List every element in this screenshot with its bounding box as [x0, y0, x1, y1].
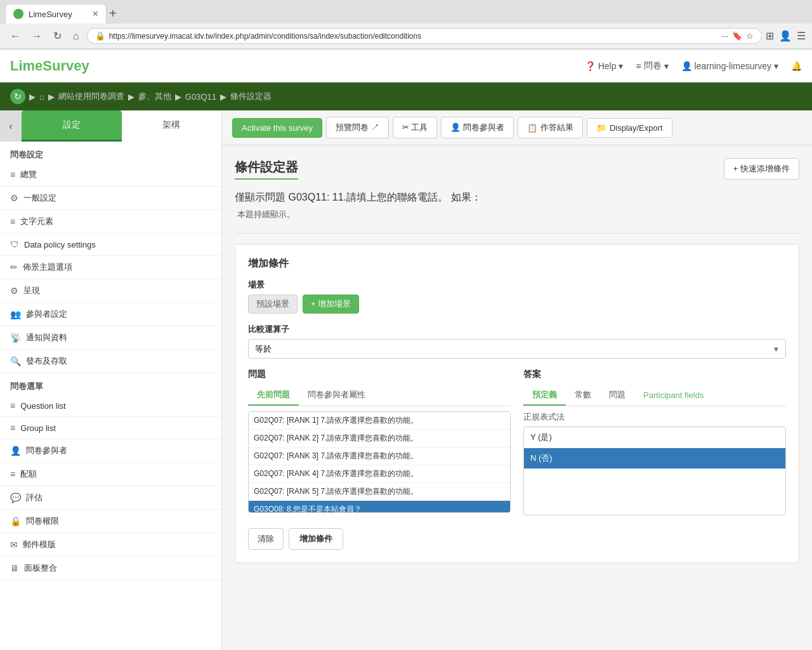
- tab-previous-questions[interactable]: 先前問題: [248, 385, 299, 406]
- sidebar-item-panel-integration[interactable]: 🖥 面板整合: [0, 557, 221, 580]
- sidebar-item-email-templates[interactable]: ✉ 郵件模版: [0, 533, 221, 557]
- add-condition-button[interactable]: 增加條件: [289, 528, 343, 550]
- sidebar-item-notifications-label: 通知與資料: [26, 332, 67, 343]
- browser-chrome: LimeSurvey × + ← → ↻ ⌂ 🔒 https://limesur…: [0, 0, 812, 50]
- refresh-icon[interactable]: ↻: [10, 89, 25, 104]
- sidebar-item-participants-list-label: 問卷參與者: [26, 445, 67, 456]
- tab-answer-participant[interactable]: Participant fields: [634, 385, 712, 406]
- question-list-item-3[interactable]: G02Q07: [RANK 4] 7.請依序選擇您喜歡的功能。: [249, 465, 510, 483]
- menu-icon[interactable]: ☰: [797, 30, 806, 42]
- answers-panel: 答案 預定義 常數 問題 Participant fields 正規表式法 Y …: [523, 369, 786, 515]
- browser-tab-active[interactable]: LimeSurvey ×: [5, 4, 107, 23]
- tab-close-button[interactable]: ×: [93, 8, 98, 20]
- address-bar[interactable]: 🔒 https://limesurvey.imacat.idv.tw/index…: [87, 28, 762, 44]
- extensions-icon[interactable]: ⊞: [766, 30, 774, 42]
- answer-item-yes[interactable]: Y (是): [524, 427, 785, 448]
- permissions-icon: 🔒: [10, 516, 21, 526]
- clear-button[interactable]: 清除: [248, 528, 284, 550]
- forward-button[interactable]: →: [28, 28, 46, 44]
- sidebar-item-quota-label: 配額: [20, 468, 37, 480]
- sidebar-collapse-button[interactable]: ‹: [0, 110, 22, 142]
- tab-structure[interactable]: 架構: [122, 110, 222, 142]
- toolbar: Activate this survey 預覽問卷 ↗ ✂ 工具 👤 問卷參與者…: [222, 110, 812, 145]
- tab-answer-question[interactable]: 問題: [600, 385, 634, 406]
- question-display-text: 僅顯示問題 G03Q11: 11.請填上您的聯絡電話。 如果：: [235, 192, 481, 202]
- sidebar-item-data-policy[interactable]: 🛡 Data policy settings: [0, 234, 221, 256]
- user-label: learning-limesurvey: [695, 61, 771, 71]
- tools-button[interactable]: ✂ 工具: [393, 117, 438, 138]
- quick-add-button[interactable]: + 快速添增條件: [724, 158, 799, 180]
- answer-item-no[interactable]: N (否): [524, 448, 785, 469]
- user-icon: 👤: [681, 61, 692, 71]
- survey-settings-title: 問卷設定: [0, 142, 221, 163]
- scene-add-button[interactable]: + 增加場景: [303, 295, 359, 314]
- sidebar-item-notifications[interactable]: 📡 通知與資料: [0, 326, 221, 350]
- sidebar-item-publish[interactable]: 🔍 發布及存取: [0, 350, 221, 373]
- browser-tabs: LimeSurvey × +: [0, 0, 812, 23]
- sidebar-item-theme-options[interactable]: ✏ 佈景主題選項: [0, 256, 221, 279]
- breadcrumb-home-icon: ⌂: [39, 92, 44, 102]
- breadcrumb-sep-0: ▶: [29, 92, 36, 102]
- new-tab-button[interactable]: +: [109, 6, 117, 21]
- app-logo[interactable]: LimeSurvey: [10, 58, 89, 74]
- publish-icon: 🔍: [10, 356, 21, 366]
- question-display: 僅顯示問題 G03Q11: 11.請填上您的聯絡電話。 如果：: [235, 190, 799, 205]
- activate-survey-button[interactable]: Activate this survey: [232, 118, 322, 138]
- home-button[interactable]: ⌂: [69, 28, 83, 44]
- sidebar-item-data-policy-label: Data policy settings: [24, 240, 96, 249]
- breadcrumb-item-1[interactable]: 參、其他: [138, 91, 171, 102]
- sidebar-item-publish-label: 發布及存取: [26, 355, 67, 367]
- more-options-icon[interactable]: ···: [721, 31, 728, 41]
- notification-button[interactable]: 🔔: [791, 61, 802, 71]
- question-list-item-1[interactable]: G02Q07: [RANK 2] 7.請依序選擇您喜歡的功能。: [249, 430, 510, 448]
- question-list-box[interactable]: G02Q07: [RANK 1] 7.請依序選擇您喜歡的功能。 G02Q07: …: [248, 411, 511, 513]
- back-button[interactable]: ←: [6, 28, 24, 44]
- tab-answer-constant[interactable]: 常數: [566, 385, 600, 406]
- star-icon[interactable]: ☆: [746, 31, 754, 41]
- sidebar-item-participants[interactable]: 👤 問卷參與者: [0, 439, 221, 463]
- account-icon[interactable]: 👤: [779, 30, 792, 42]
- answer-list-box[interactable]: Y (是) N (否): [523, 427, 786, 515]
- sidebar-item-permissions[interactable]: 🔒 問卷權限: [0, 510, 221, 533]
- group-list-icon: ≡: [10, 423, 15, 433]
- sidebar-item-group-list[interactable]: ≡ Group list: [0, 417, 221, 439]
- content-inner: 條件設定器 + 快速添增條件 僅顯示問題 G03Q11: 11.請填上您的聯絡電…: [222, 145, 812, 576]
- help-button[interactable]: ❓ Help ▾: [585, 61, 624, 71]
- question-list-item-4[interactable]: G02Q07: [RANK 5] 7.請依序選擇您喜歡的功能。: [249, 483, 510, 501]
- preview-survey-button[interactable]: 預覽問卷 ↗: [326, 117, 389, 138]
- help-icon: ❓: [585, 61, 596, 71]
- user-menu-button[interactable]: 👤 learning-limesurvey ▾: [681, 61, 778, 71]
- participants-settings-icon: 👥: [10, 309, 21, 319]
- sidebar-item-assessment[interactable]: 💬 評估: [0, 486, 221, 510]
- question-list-item-0[interactable]: G02Q07: [RANK 1] 7.請依序選擇您喜歡的功能。: [249, 412, 510, 430]
- general-icon: ⚙: [10, 193, 18, 203]
- sidebar-item-participants-settings[interactable]: 👥 參與者設定: [0, 303, 221, 326]
- sidebar-item-question-list-label: Question list: [20, 401, 66, 411]
- tab-settings[interactable]: 設定: [22, 110, 122, 142]
- breadcrumb-item-2[interactable]: G03Q11: [185, 92, 216, 102]
- bookmark-icon[interactable]: 🔖: [732, 31, 742, 41]
- sidebar-item-general[interactable]: ⚙ 一般設定: [0, 187, 221, 210]
- operator-select[interactable]: 等於: [248, 339, 786, 359]
- survey-menu-button[interactable]: ≡ 問卷 ▾: [636, 60, 668, 72]
- help-chevron-icon: ▾: [619, 61, 623, 71]
- breadcrumb-item-0[interactable]: 網站使用問卷調查: [58, 91, 124, 102]
- participants-button[interactable]: 👤 問卷參與者: [441, 117, 514, 138]
- tab-survey-participant[interactable]: 問卷參與者屬性: [299, 385, 374, 406]
- add-condition-section: 增加條件 場景 預設場景 + 增加場景 比較運算子 等於: [235, 244, 799, 563]
- sidebar-item-text-elements[interactable]: ≡ 文字元素: [0, 210, 221, 234]
- assessment-icon: 💬: [10, 493, 21, 503]
- sidebar-item-presentation[interactable]: ⚙ 呈現: [0, 279, 221, 303]
- display-export-button[interactable]: 📁 Display/Export: [587, 118, 672, 138]
- app-header: LimeSurvey ❓ Help ▾ ≡ 問卷 ▾ 👤 learning-li…: [0, 50, 812, 83]
- reload-button[interactable]: ↻: [49, 27, 65, 44]
- sidebar-item-quota[interactable]: ≡ 配額: [0, 463, 221, 486]
- question-list-item-5[interactable]: G03Q08: 8.您是不是本站會員？: [249, 501, 510, 513]
- responses-button[interactable]: 📋 作答結果: [518, 117, 583, 138]
- breadcrumb-sep-4: ▶: [220, 92, 226, 102]
- header-right: ❓ Help ▾ ≡ 問卷 ▾ 👤 learning-limesurvey ▾ …: [585, 60, 802, 72]
- tab-answer-preset[interactable]: 預定義: [523, 385, 566, 406]
- sidebar-item-overview[interactable]: ≡ 總覽: [0, 163, 221, 187]
- question-list-item-2[interactable]: G02Q07: [RANK 3] 7.請依序選擇您喜歡的功能。: [249, 448, 510, 465]
- sidebar-item-question-list[interactable]: ≡ Question list: [0, 395, 221, 417]
